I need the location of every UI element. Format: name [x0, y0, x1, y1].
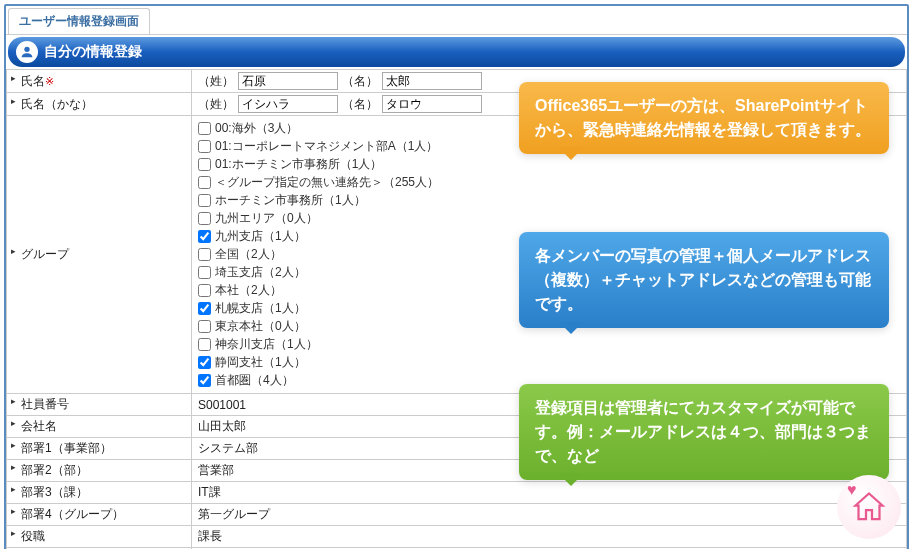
cell-dept4: 第一グループ: [192, 504, 907, 526]
sei-kana-label: （姓）: [198, 96, 234, 113]
group-item[interactable]: 01:ホーチミン市事務所（1人）: [198, 156, 900, 173]
group-label: 静岡支社（1人）: [215, 354, 306, 371]
group-label: 本社（2人）: [215, 282, 282, 299]
label-empno: 社員番号: [7, 394, 192, 416]
group-item[interactable]: ＜グループ指定の無い連絡先＞（255人）: [198, 174, 900, 191]
panel-title: 自分の情報登録: [44, 43, 897, 61]
group-label: 札幌支店（1人）: [215, 300, 306, 317]
mei-kana-label: （名）: [342, 96, 378, 113]
input-mei[interactable]: [382, 72, 482, 90]
label-title: 役職: [7, 526, 192, 548]
group-item[interactable]: ホーチミン市事務所（1人）: [198, 192, 900, 209]
group-checkbox[interactable]: [198, 140, 211, 153]
label-name: 氏名※: [7, 70, 192, 93]
group-label: 埼玉支店（2人）: [215, 264, 306, 281]
group-item[interactable]: 九州エリア（0人）: [198, 210, 900, 227]
group-checkbox[interactable]: [198, 338, 211, 351]
group-checkbox[interactable]: [198, 176, 211, 189]
input-mei-kana[interactable]: [382, 95, 482, 113]
group-checkbox[interactable]: [198, 284, 211, 297]
label-dept2: 部署2（部）: [7, 460, 192, 482]
svg-point-0: [24, 47, 29, 52]
group-label: 東京本社（0人）: [215, 318, 306, 335]
callout-member-mgmt: 各メンバーの写真の管理＋個人メールアドレス（複数）＋チャットアドレスなどの管理も…: [519, 232, 889, 328]
group-label: 神奈川支店（1人）: [215, 336, 318, 353]
home-badge[interactable]: ♥: [837, 475, 901, 539]
callout-customize: 登録項目は管理者にてカスタマイズが可能です。例：メールアドレスは４つ、部門は３つ…: [519, 384, 889, 480]
label-company: 会社名: [7, 416, 192, 438]
group-checkbox[interactable]: [198, 230, 211, 243]
label-group: グループ: [7, 116, 192, 394]
group-checkbox[interactable]: [198, 320, 211, 333]
mei-label: （名）: [342, 73, 378, 90]
input-sei[interactable]: [238, 72, 338, 90]
cell-title: 課長: [192, 526, 907, 548]
group-checkbox[interactable]: [198, 374, 211, 387]
label-dept4: 部署4（グループ）: [7, 504, 192, 526]
tab-user-info[interactable]: ユーザー情報登録画面: [8, 8, 150, 34]
cell-dept3: IT課: [192, 482, 907, 504]
group-label: 全国（2人）: [215, 246, 282, 263]
group-label: 九州エリア（0人）: [215, 210, 318, 227]
panel-header: 自分の情報登録: [8, 37, 905, 67]
group-label: 01:コーポレートマネジメント部A（1人）: [215, 138, 438, 155]
group-label: 01:ホーチミン市事務所（1人）: [215, 156, 382, 173]
label-dept3: 部署3（課）: [7, 482, 192, 504]
group-label: ＜グループ指定の無い連絡先＞（255人）: [215, 174, 439, 191]
group-checkbox[interactable]: [198, 266, 211, 279]
tab-bar: ユーザー情報登録画面 ishihara@nextset.jp: [6, 6, 907, 35]
label-kana: 氏名（かな）: [7, 93, 192, 116]
label-dept1: 部署1（事業部）: [7, 438, 192, 460]
user-register-icon: [16, 41, 38, 63]
group-label: 00:海外（3人）: [215, 120, 298, 137]
group-item[interactable]: 静岡支社（1人）: [198, 354, 900, 371]
sei-label: （姓）: [198, 73, 234, 90]
group-checkbox[interactable]: [198, 302, 211, 315]
group-checkbox[interactable]: [198, 212, 211, 225]
heart-icon: ♥: [847, 481, 857, 499]
group-label: 首都圏（4人）: [215, 372, 294, 389]
group-checkbox[interactable]: [198, 122, 211, 135]
group-checkbox[interactable]: [198, 356, 211, 369]
group-checkbox[interactable]: [198, 248, 211, 261]
input-sei-kana[interactable]: [238, 95, 338, 113]
group-checkbox[interactable]: [198, 158, 211, 171]
callout-office365: Office365ユーザーの方は、SharePointサイトから、緊急時連絡先情…: [519, 82, 889, 154]
group-checkbox[interactable]: [198, 194, 211, 207]
group-label: 九州支店（1人）: [215, 228, 306, 245]
group-item[interactable]: 神奈川支店（1人）: [198, 336, 900, 353]
group-label: ホーチミン市事務所（1人）: [215, 192, 366, 209]
